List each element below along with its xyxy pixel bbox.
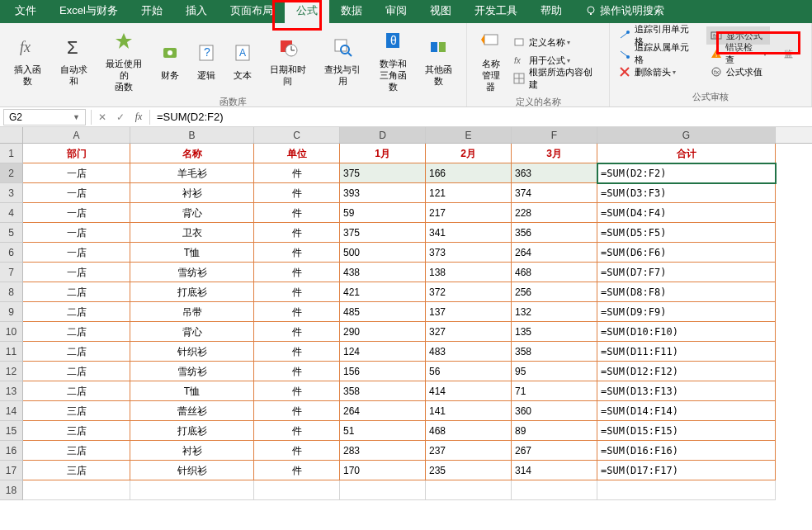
cell-D16[interactable]: 283 bbox=[340, 441, 426, 461]
row-header-17[interactable]: 17 bbox=[0, 461, 23, 480]
cell[interactable] bbox=[23, 480, 130, 500]
cell-A13[interactable]: 二店 bbox=[23, 381, 130, 401]
cell-B10[interactable]: 背心 bbox=[130, 322, 254, 342]
cell-C3[interactable]: 件 bbox=[254, 183, 340, 203]
cell[interactable] bbox=[597, 480, 776, 500]
row-header-10[interactable]: 10 bbox=[0, 322, 23, 342]
menu-file[interactable]: 文件 bbox=[3, 0, 48, 23]
row-header-14[interactable]: 14 bbox=[0, 401, 23, 421]
menu-insert[interactable]: 插入 bbox=[174, 0, 219, 23]
cell-D11[interactable]: 124 bbox=[340, 342, 426, 362]
cell-F16[interactable]: 267 bbox=[512, 441, 597, 461]
cell-G7[interactable]: =SUM(D7:F7) bbox=[597, 263, 776, 282]
menu-review[interactable]: 审阅 bbox=[374, 0, 418, 23]
autosum-button[interactable]: Σ 自动求和 bbox=[51, 32, 97, 88]
cell-D13[interactable]: 358 bbox=[340, 381, 426, 401]
cell-F14[interactable]: 360 bbox=[512, 401, 597, 421]
cell-B11[interactable]: 针织衫 bbox=[130, 342, 254, 362]
cell-E9[interactable]: 137 bbox=[426, 302, 512, 322]
row-header-2[interactable]: 2 bbox=[0, 163, 23, 183]
logical-button[interactable]: ? 逻辑 bbox=[188, 38, 224, 83]
cell[interactable] bbox=[512, 480, 597, 500]
col-header-D[interactable]: D bbox=[340, 127, 426, 143]
cell-C4[interactable]: 件 bbox=[254, 203, 340, 223]
row-header-1[interactable]: 1 bbox=[0, 144, 23, 163]
row-header-12[interactable]: 12 bbox=[0, 362, 23, 381]
cell-F15[interactable]: 89 bbox=[512, 421, 597, 441]
header-total[interactable]: 合计 bbox=[597, 144, 776, 163]
cell-E15[interactable]: 468 bbox=[426, 421, 512, 441]
cell-C7[interactable]: 件 bbox=[254, 263, 340, 282]
cell-E5[interactable]: 341 bbox=[426, 223, 512, 243]
menu-page-layout[interactable]: 页面布局 bbox=[219, 0, 285, 23]
row-header-6[interactable]: 6 bbox=[0, 243, 23, 263]
more-fn-button[interactable]: 其他函数 bbox=[416, 32, 462, 88]
cell-B9[interactable]: 吊带 bbox=[130, 302, 254, 322]
cell-C9[interactable]: 件 bbox=[254, 302, 340, 322]
cell-B13[interactable]: T恤 bbox=[130, 381, 254, 401]
cell-A5[interactable]: 一店 bbox=[23, 223, 130, 243]
menu-view[interactable]: 视图 bbox=[418, 0, 463, 23]
cell-D12[interactable]: 156 bbox=[340, 362, 426, 381]
cell-F5[interactable]: 356 bbox=[512, 223, 597, 243]
cell-E11[interactable]: 483 bbox=[426, 342, 512, 362]
row-header-5[interactable]: 5 bbox=[0, 223, 23, 243]
cell-F9[interactable]: 132 bbox=[512, 302, 597, 322]
cell-A2[interactable]: 一店 bbox=[23, 163, 130, 183]
cell-F7[interactable]: 468 bbox=[512, 263, 597, 282]
cell-A12[interactable]: 二店 bbox=[23, 362, 130, 381]
col-header-B[interactable]: B bbox=[130, 127, 254, 143]
cell-G14[interactable]: =SUM(D14:F14) bbox=[597, 401, 776, 421]
cell-D10[interactable]: 290 bbox=[340, 322, 426, 342]
cell-D3[interactable]: 393 bbox=[340, 183, 426, 203]
cell-D6[interactable]: 500 bbox=[340, 243, 426, 263]
menu-home[interactable]: 开始 bbox=[130, 0, 174, 23]
cell-C2[interactable]: 件 bbox=[254, 163, 340, 183]
cell-B14[interactable]: 蕾丝衫 bbox=[130, 401, 254, 421]
lookup-button[interactable]: 查找与引用 bbox=[315, 32, 370, 88]
cell-C15[interactable]: 件 bbox=[254, 421, 340, 441]
cell-E14[interactable]: 141 bbox=[426, 401, 512, 421]
cell-D8[interactable]: 421 bbox=[340, 282, 426, 302]
cell-C10[interactable]: 件 bbox=[254, 322, 340, 342]
menu-excel-finance[interactable]: Excel与财务 bbox=[48, 0, 130, 23]
cell-A15[interactable]: 三店 bbox=[23, 421, 130, 441]
text-button[interactable]: A 文本 bbox=[224, 38, 261, 83]
enter-button[interactable]: ✓ bbox=[111, 108, 130, 126]
cell-B12[interactable]: 雪纺衫 bbox=[130, 362, 254, 381]
cell-E4[interactable]: 217 bbox=[426, 203, 512, 223]
header-jan[interactable]: 1月 bbox=[340, 144, 426, 163]
row-header-15[interactable]: 15 bbox=[0, 421, 23, 441]
cell[interactable] bbox=[130, 480, 254, 500]
select-all-corner[interactable] bbox=[0, 127, 23, 143]
watch-window-button[interactable]: 监 bbox=[770, 46, 806, 61]
cell-F8[interactable]: 256 bbox=[512, 282, 597, 302]
cell-G8[interactable]: =SUM(D8:F8) bbox=[597, 282, 776, 302]
header-name[interactable]: 名称 bbox=[130, 144, 254, 163]
header-unit[interactable]: 单位 bbox=[254, 144, 340, 163]
row-header-8[interactable]: 8 bbox=[0, 282, 23, 302]
cell-F3[interactable]: 374 bbox=[512, 183, 597, 203]
cancel-button[interactable]: ✕ bbox=[93, 108, 111, 126]
row-header-4[interactable]: 4 bbox=[0, 203, 23, 223]
cell-G12[interactable]: =SUM(D12:F12) bbox=[597, 362, 776, 381]
cell-A16[interactable]: 三店 bbox=[23, 441, 130, 461]
cell-C12[interactable]: 件 bbox=[254, 362, 340, 381]
cell-E12[interactable]: 56 bbox=[426, 362, 512, 381]
cell-D7[interactable]: 438 bbox=[340, 263, 426, 282]
cell-A7[interactable]: 一店 bbox=[23, 263, 130, 282]
evaluate-formula-button[interactable]: fx 公式求值 bbox=[706, 63, 770, 81]
financial-button[interactable]: 财务 bbox=[152, 38, 188, 83]
cell-D9[interactable]: 485 bbox=[340, 302, 426, 322]
menu-formulas[interactable]: 公式 bbox=[285, 0, 329, 23]
cell-B2[interactable]: 羊毛衫 bbox=[130, 163, 254, 183]
cell-A8[interactable]: 二店 bbox=[23, 282, 130, 302]
header-feb[interactable]: 2月 bbox=[426, 144, 512, 163]
name-manager-button[interactable]: 名称 管理器 bbox=[472, 26, 509, 94]
cell-D15[interactable]: 51 bbox=[340, 421, 426, 441]
cell-B7[interactable]: 雪纺衫 bbox=[130, 263, 254, 282]
cell-B15[interactable]: 打底衫 bbox=[130, 421, 254, 441]
cell-G4[interactable]: =SUM(D4:F4) bbox=[597, 203, 776, 223]
header-mar[interactable]: 3月 bbox=[512, 144, 597, 163]
cell-D14[interactable]: 264 bbox=[340, 401, 426, 421]
